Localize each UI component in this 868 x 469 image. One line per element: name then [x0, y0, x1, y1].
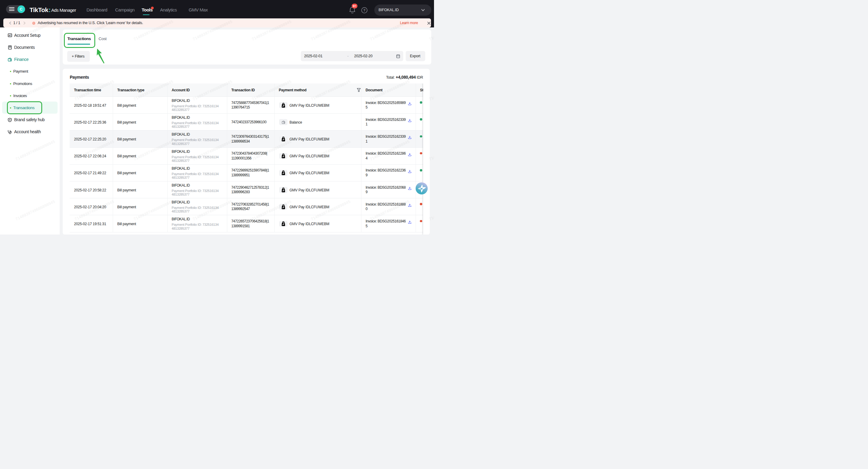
svg-text:A: A — [8, 34, 10, 36]
svg-text:?: ? — [363, 8, 365, 12]
